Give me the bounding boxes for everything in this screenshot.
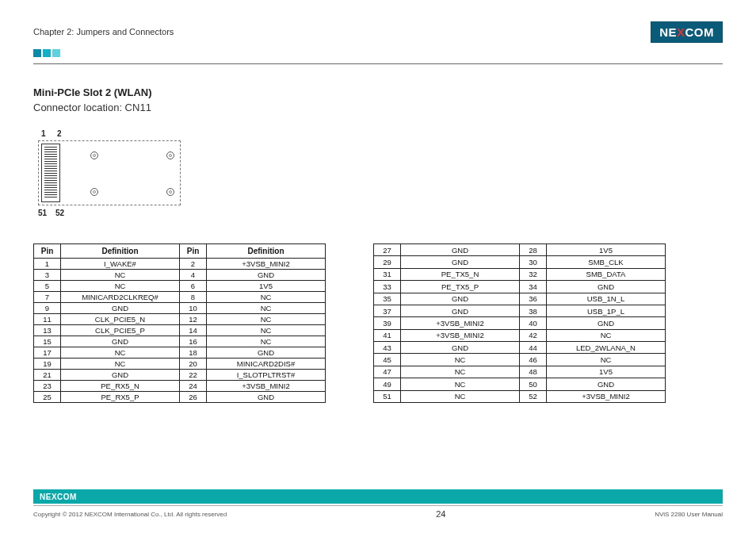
cell-pin: 12 [180,314,207,325]
cell-definition: GND [547,378,666,390]
screw-icon [90,188,98,196]
table-row: 1I_WAKE#2+3VSB_MINI2 [34,259,326,270]
cell-definition: USB_1N_L [547,293,666,305]
footer-logo: NEXCOM [40,493,77,501]
table-row: 43GND44LED_2WLANA_N [374,342,666,354]
tables-row: Pin Definition Pin Definition 1I_WAKE#2+… [33,243,723,403]
table-row: 41+3VSB_MINI242NC [374,329,666,341]
logo-text-mid: X [677,25,685,39]
table-row: 31PE_TX5_N32SMB_DATA [374,268,666,280]
cell-pin: 27 [374,244,401,256]
cell-pin: 7 [34,292,61,303]
cell-pin: 42 [520,329,547,341]
cell-definition: USB_1P_L [547,305,666,316]
cell-pin: 8 [180,292,207,303]
cell-pin: 3 [34,270,61,281]
cell-pin: 41 [374,329,401,341]
decorative-squares [33,46,723,60]
table-header-row: Pin Definition Pin Definition [34,244,326,259]
header-rule [33,63,723,64]
page-footer: NEXCOM Copyright © 2012 NEXCOM Internati… [33,489,723,519]
th-definition: Definition [207,244,326,259]
cell-pin: 34 [520,281,547,293]
cell-pin: 46 [520,354,547,366]
pin-table-right: 27GND281V529GND30SMB_CLK31PE_TX5_N32SMB_… [373,243,666,403]
table-row: 23PE_RX5_N24+3VSB_MINI2 [34,381,326,392]
nexcom-logo: NEXCOM [651,21,723,43]
section-subtitle: Connector location: CN11 [33,102,723,113]
cell-pin: 22 [180,370,207,381]
cell-definition: I_SLOTPLTRST# [207,370,326,381]
cell-pin: 45 [374,354,401,366]
cell-definition: CLK_PCIE5_N [61,314,180,325]
connector-pins [41,144,60,202]
cell-pin: 30 [520,256,547,268]
cell-definition: NC [61,270,180,281]
cell-pin: 35 [374,293,401,305]
cell-pin: 19 [34,359,61,370]
table-row: 11CLK_PCIE5_N12NC [34,314,326,325]
cell-definition: NC [401,378,520,390]
cell-pin: 24 [180,381,207,392]
cell-pin: 47 [374,366,401,378]
pin-label-52: 52 [55,209,64,217]
cell-pin: 9 [34,303,61,314]
cell-pin: 49 [374,378,401,390]
cell-definition: GND [547,317,666,329]
cell-definition: SMB_CLK [547,256,666,268]
cell-definition: GND [207,270,326,281]
page: Chapter 2: Jumpers and Connectors NEXCOM… [0,0,756,533]
table-row: 25PE_RX5_P26GND [34,392,326,403]
pin-table-left: Pin Definition Pin Definition 1I_WAKE#2+… [33,243,326,403]
cell-definition: +3VSB_MINI2 [207,259,326,270]
table-row: 5NC61V5 [34,281,326,292]
cell-pin: 13 [34,325,61,336]
table-row: 39+3VSB_MINI240GND [374,317,666,329]
screw-icon [166,188,174,196]
cell-definition: NC [207,303,326,314]
cell-pin: 14 [180,325,207,336]
content-area: Mini-PCIe Slot 2 (WLAN) Connector locati… [33,86,723,403]
footer-rule [33,505,723,506]
th-pin: Pin [34,244,61,259]
cell-definition: +3VSB_MINI2 [547,390,666,403]
cell-pin: 52 [520,390,547,403]
table-row: 29GND30SMB_CLK [374,256,666,268]
cell-pin: 10 [180,303,207,314]
cell-pin: 33 [374,281,401,293]
cell-definition: PE_RX5_N [61,381,180,392]
pin-label-1: 1 [41,129,46,138]
cell-pin: 48 [520,366,547,378]
cell-definition: PE_TX5_P [401,281,520,293]
cell-definition: GND [61,370,180,381]
connector-diagram: 1 2 51 52 [33,129,192,221]
cell-pin: 39 [374,317,401,329]
cell-pin: 21 [34,370,61,381]
table-row: 15GND16NC [34,336,326,347]
cell-definition: MINICARD2DIS# [207,359,326,370]
cell-pin: 32 [520,268,547,280]
manual-name: NViS 2280 User Manual [655,511,723,518]
cell-definition: NC [401,366,520,378]
footer-bar: NEXCOM [33,489,723,504]
table-row: 7MINICARD2CLKREQ#8NC [34,292,326,303]
cell-pin: 6 [180,281,207,292]
cell-pin: 37 [374,305,401,316]
pin-label-51: 51 [38,209,47,217]
table-row: 17NC18GND [34,347,326,359]
cell-definition: GND [207,347,326,359]
cell-pin: 5 [34,281,61,292]
cell-definition: GND [61,303,180,314]
square-icon [43,49,51,57]
logo-box: NEXCOM [651,21,723,43]
cell-pin: 23 [34,381,61,392]
cell-definition: NC [547,354,666,366]
cell-pin: 26 [180,392,207,403]
screw-icon [166,151,174,159]
table-row: 3NC4GND [34,270,326,281]
cell-pin: 15 [34,336,61,347]
cell-definition: NC [61,281,180,292]
cell-definition: MINICARD2CLKREQ# [61,292,180,303]
cell-definition: 1V5 [547,366,666,378]
cell-definition: +3VSB_MINI2 [401,329,520,341]
